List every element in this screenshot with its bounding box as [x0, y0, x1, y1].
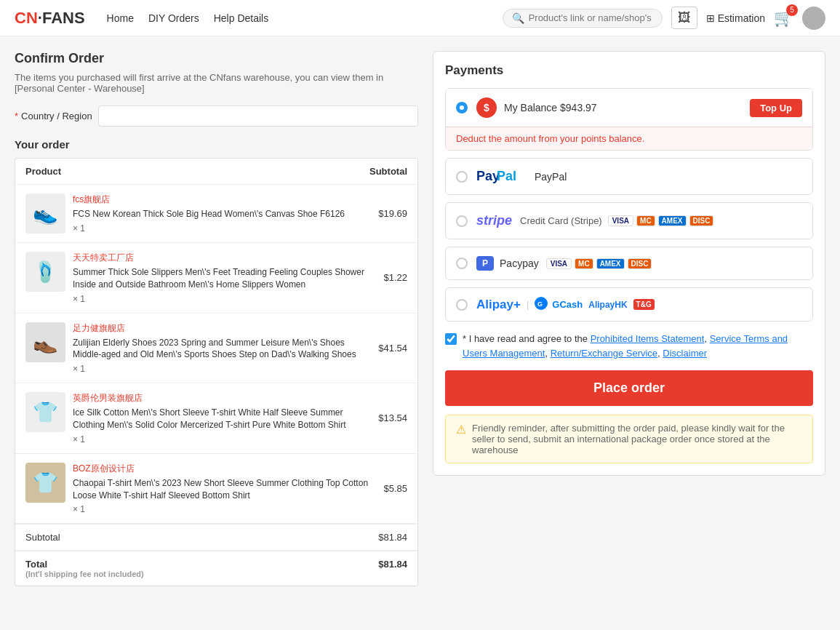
product-price-3: $13.54: [378, 412, 407, 423]
total-value: $81.84: [378, 559, 407, 578]
table-row: 👕 BOZ原创设计店 Chaopai T-shirt Men\'s 2023 N…: [15, 454, 417, 525]
agree-link-disclaimer[interactable]: Disclaimer: [663, 348, 707, 359]
reminder-box: ⚠ Friendly reminder, after submitting th…: [445, 415, 813, 463]
pacypay-radio[interactable]: [456, 258, 468, 269]
agree-text-pre: * I have read and agree to the: [463, 333, 591, 344]
alipay-option[interactable]: Alipay+ | G GCash AlipayHK T&G: [446, 288, 812, 321]
product-qty-0: × 1: [73, 223, 371, 234]
product-name-4: Chaopai T-shirt Men\'s 2023 New Short Sl…: [73, 477, 376, 502]
estimation-button[interactable]: ⊞ Estimation: [706, 12, 765, 24]
alipay-hk-label: AlipayHK: [588, 300, 627, 310]
product-image-1: 🩴: [25, 252, 65, 292]
total-label: Total: [25, 559, 144, 570]
estimation-grid-icon: ⊞: [706, 12, 715, 24]
left-panel: Confirm Order The items you purchased wi…: [15, 51, 418, 586]
agree-checkbox[interactable]: [445, 333, 457, 345]
stripe-radio[interactable]: [456, 215, 468, 227]
your-order-title: Your order: [15, 138, 418, 151]
country-label: Country / Region: [21, 111, 92, 121]
balance-label: My Balance $943.97: [504, 102, 750, 113]
balance-section[interactable]: $ My Balance $943.97 Top Up Deduct the a…: [445, 88, 813, 151]
paypal-logo: Pay Pal: [476, 167, 527, 186]
alipay-section[interactable]: Alipay+ | G GCash AlipayHK T&G: [445, 287, 813, 322]
header-right: 🔍 🖼 ⊞ Estimation 🛒 5: [503, 7, 825, 30]
product-price-2: $41.54: [378, 343, 407, 354]
product-name-2: Zulijian Elderly Shoes 2023 Spring and S…: [73, 337, 371, 362]
image-search-button[interactable]: 🖼: [671, 7, 697, 29]
product-image-3: 👕: [25, 392, 65, 432]
topup-button[interactable]: Top Up: [750, 99, 802, 117]
points-deduct-row: Deduct the amount from your points balan…: [446, 127, 812, 150]
subtotal-col-header: Subtotal: [369, 166, 407, 177]
balance-row[interactable]: $ My Balance $943.97 Top Up: [446, 89, 812, 127]
order-table: Product Subtotal 👟 fcs旗舰店 FCS New Korean…: [15, 158, 418, 586]
pacypay-section[interactable]: P Pacypay VISA MC AMEX DISC: [445, 247, 813, 280]
product-name-1: Summer Thick Sole Slippers Men\'s Feet T…: [73, 266, 376, 291]
pacypay-label: Pacypay: [500, 258, 539, 269]
product-info-1: 天天特卖工厂店 Summer Thick Sole Slippers Men\'…: [73, 252, 376, 304]
search-input[interactable]: [529, 12, 653, 23]
confirm-order-title: Confirm Order: [15, 51, 418, 66]
points-notice: Deduct the amount from your points balan…: [456, 133, 644, 144]
product-shop-0: fcs旗舰店: [73, 194, 371, 206]
order-table-header: Product Subtotal: [15, 159, 417, 185]
pacypay-option[interactable]: P Pacypay VISA MC AMEX DISC: [446, 247, 812, 279]
subtotal-row: Subtotal $81.84: [15, 524, 417, 550]
pacypay-icon: P: [476, 256, 494, 271]
avatar: [802, 7, 825, 30]
product-info-3: 英爵伦男装旗舰店 Ice Silk Cotton Men\'s Short Sl…: [73, 392, 371, 444]
balance-radio[interactable]: [456, 102, 468, 113]
stripe-card-logos: VISA MC AMEX DISC: [608, 215, 714, 226]
estimation-label: Estimation: [718, 12, 765, 24]
total-label-group: Total (Int'l shipping fee not included): [25, 559, 144, 578]
paypal-radio[interactable]: [456, 171, 468, 183]
stripe-logo: stripe: [476, 212, 513, 230]
nav-diy-orders[interactable]: DIY Orders: [148, 12, 199, 24]
paypal-section[interactable]: Pay Pal PayPal: [445, 158, 813, 195]
paypal-label: PayPal: [535, 171, 567, 183]
table-row: 👕 英爵伦男装旗舰店 Ice Silk Cotton Men\'s Short …: [15, 383, 417, 454]
subtotal-value: $81.84: [378, 532, 407, 543]
product-qty-2: × 1: [73, 364, 371, 374]
total-note: (Int'l shipping fee not included): [25, 570, 144, 578]
pacypay-amex-logo: AMEX: [596, 258, 625, 269]
main-nav: Home DIY Orders Help Details: [107, 12, 269, 24]
search-icon: 🔍: [512, 12, 524, 24]
product-name-0: FCS New Korean Thick Sole Big Head Women…: [73, 208, 371, 220]
product-image-4: 👕: [25, 463, 65, 503]
pacypay-mc-logo: MC: [575, 258, 593, 269]
cart-badge: 5: [786, 4, 798, 16]
product-shop-3: 英爵伦男装旗舰店: [73, 392, 371, 404]
paypal-option[interactable]: Pay Pal PayPal: [446, 159, 812, 194]
alipay-divider: |: [527, 299, 529, 310]
table-row: 🩴 天天特卖工厂店 Summer Thick Sole Slippers Men…: [15, 243, 417, 314]
right-panel: Payments $ My Balance $943.97 Top Up Ded…: [433, 51, 825, 586]
nav-help-details[interactable]: Help Details: [214, 12, 268, 24]
stripe-section[interactable]: stripe Credit Card (Stripe) VISA MC AMEX…: [445, 202, 813, 239]
logo: CN·FANS: [15, 9, 85, 28]
nav-home[interactable]: Home: [107, 12, 134, 24]
country-region-input[interactable]: [98, 105, 418, 127]
product-shop-2: 足力健旗舰店: [73, 322, 371, 335]
cart-button[interactable]: 🛒 5: [774, 9, 793, 28]
pacypay-visa-logo: VISA: [546, 258, 572, 269]
product-price-0: $19.69: [378, 208, 407, 219]
agree-link-prohibited[interactable]: Prohibited Items Statement: [591, 333, 705, 344]
product-qty-4: × 1: [73, 504, 376, 514]
confirm-order-subtitle: The items you purchased will first arriv…: [15, 72, 418, 94]
product-info-2: 足力健旗舰店 Zulijian Elderly Shoes 2023 Sprin…: [73, 322, 371, 375]
country-region-row: * Country / Region: [15, 105, 418, 127]
alipay-radio[interactable]: [456, 299, 468, 311]
payments-section: Payments $ My Balance $943.97 Top Up Ded…: [433, 51, 825, 476]
product-image-0: 👟: [25, 194, 65, 234]
product-info-0: fcs旗舰店 FCS New Korean Thick Sole Big Hea…: [73, 194, 371, 234]
search-bar[interactable]: 🔍: [503, 9, 663, 28]
logo-cn: CN: [15, 9, 38, 28]
gcash-label: GCash: [552, 299, 583, 310]
product-shop-1: 天天特卖工厂店: [73, 252, 376, 264]
stripe-option[interactable]: stripe Credit Card (Stripe) VISA MC AMEX…: [446, 203, 812, 239]
pacypay-disc-logo: DISC: [628, 258, 652, 269]
product-price-4: $5.85: [383, 483, 407, 494]
agree-link-return[interactable]: Return/Exchange Service: [551, 348, 657, 359]
place-order-button[interactable]: Place order: [445, 370, 813, 406]
